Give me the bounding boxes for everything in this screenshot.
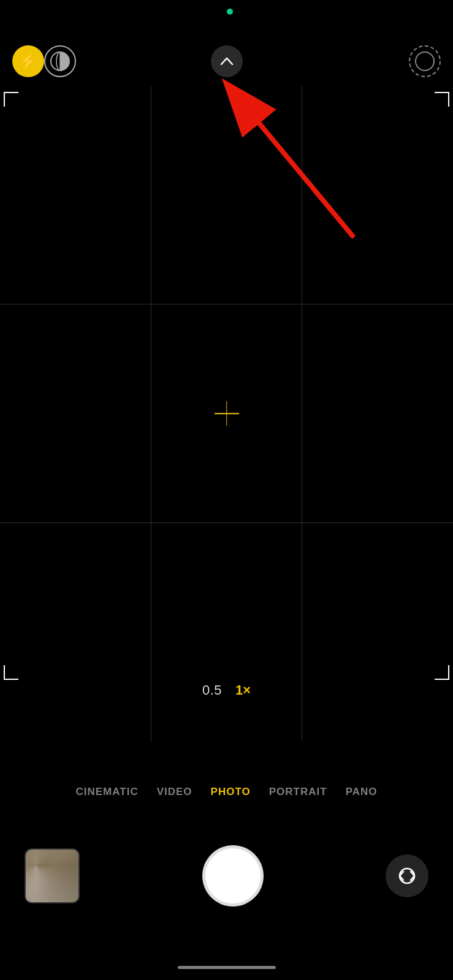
shutter-button[interactable] (202, 845, 264, 907)
grid-line-v2 (302, 86, 302, 741)
grid-line-h1 (0, 304, 453, 304)
mode-portrait[interactable]: PORTRAIT (269, 786, 327, 798)
grid-line-h2 (0, 522, 453, 523)
live-inner-ring (415, 51, 435, 71)
mode-photo[interactable]: PHOTO (211, 786, 251, 798)
corner-bracket-bl (4, 665, 18, 680)
camera-indicator-dot (227, 9, 233, 15)
thumbnail-image (26, 850, 78, 902)
photo-thumbnail[interactable] (25, 848, 80, 903)
chevron-up-button[interactable] (211, 45, 243, 77)
flip-camera-button[interactable] (386, 854, 428, 897)
camera-mode-selector: CINEMATIC VIDEO PHOTO PORTRAIT PANO (0, 775, 453, 809)
flash-icon: ⚡ (18, 52, 38, 71)
viewfinder: 0.5 1× (0, 86, 453, 741)
status-bar (0, 0, 453, 24)
mode-video[interactable]: VIDEO (157, 786, 192, 798)
mode-cinematic[interactable]: CINEMATIC (76, 786, 139, 798)
chevron-up-icon (220, 56, 234, 66)
home-indicator (178, 966, 276, 969)
grid-line-v1 (151, 86, 151, 741)
thumbnail-mosaic-pattern (26, 850, 78, 902)
zoom-05-label[interactable]: 0.5 (202, 682, 222, 698)
bottom-controls (0, 821, 453, 931)
focus-crosshair (215, 401, 239, 426)
tone-button[interactable] (44, 45, 76, 77)
zoom-controls: 0.5 1× (202, 682, 251, 698)
flash-button[interactable]: ⚡ (12, 45, 44, 77)
shutter-inner-circle (208, 851, 258, 901)
zoom-1x-label[interactable]: 1× (235, 682, 251, 698)
corner-bracket-tl (4, 92, 18, 107)
live-photo-button[interactable] (409, 45, 441, 77)
flip-camera-icon (396, 865, 418, 887)
top-controls: ⚡ (0, 37, 453, 86)
tone-icon (50, 51, 70, 72)
corner-bracket-br (435, 665, 449, 680)
corner-bracket-tr (435, 92, 449, 107)
mode-pano[interactable]: PANO (346, 786, 378, 798)
